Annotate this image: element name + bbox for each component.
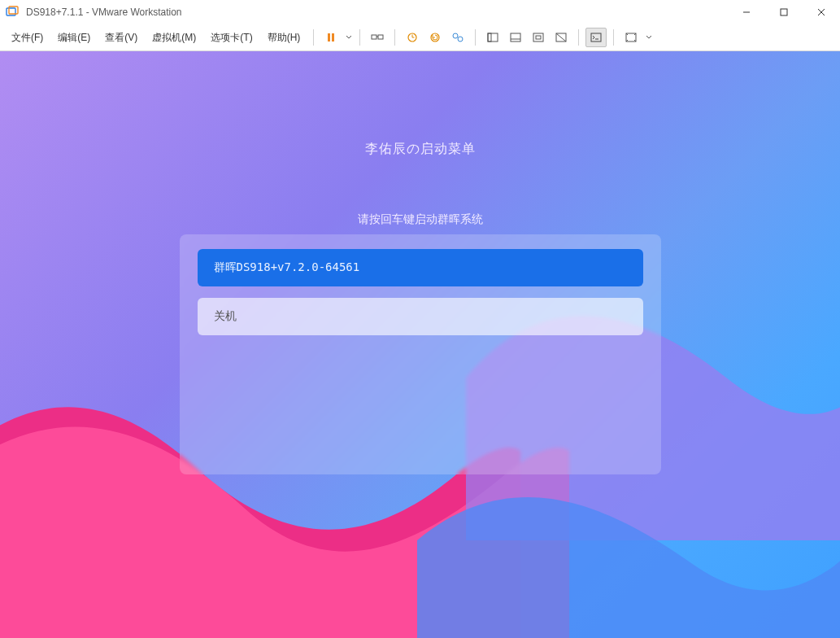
svg-line-25 [556,33,566,42]
maximize-button[interactable] [765,0,803,24]
pause-dropdown-icon[interactable] [345,34,353,41]
toolbar-separator [475,29,476,46]
svg-rect-18 [488,33,498,42]
toolbar-separator [313,29,314,46]
toolbar-separator [578,29,579,46]
vm-console[interactable]: 李佑辰の启动菜单 请按回车键启动群晖系统 群晖DS918+v7.2.0-6456… [0,51,840,638]
svg-rect-7 [332,33,334,42]
svg-point-15 [453,33,458,38]
svg-rect-9 [378,35,383,39]
svg-rect-19 [488,33,491,42]
menu-file[interactable]: 文件(F) [5,28,50,48]
stretch-guest-button[interactable] [620,28,642,47]
snapshot-manager-button[interactable] [447,28,468,47]
show-console-button[interactable] [482,28,503,47]
send-cad-button[interactable] [367,28,388,47]
boot-menu-panel: 群晖DS918+v7.2.0-64561 关机 [180,234,661,474]
menubar: 文件(F) 编辑(E) 查看(V) 虚拟机(M) 选项卡(T) 帮助(H) [0,24,840,51]
svg-rect-23 [536,36,541,39]
boot-menu-subtitle: 请按回车键启动群晖系统 [0,212,840,227]
svg-rect-26 [591,33,601,42]
toolbar-separator [613,29,614,46]
fullscreen-button[interactable] [528,28,549,47]
svg-rect-8 [372,35,376,39]
menu-view[interactable]: 查看(V) [98,28,144,48]
boot-option-synology[interactable]: 群晖DS918+v7.2.0-64561 [198,249,643,286]
menu-edit[interactable]: 编辑(E) [51,28,97,48]
pause-vm-button[interactable] [320,28,342,47]
minimize-button[interactable] [728,0,765,24]
toolbar-separator [394,29,395,46]
menu-vm[interactable]: 虚拟机(M) [146,28,202,48]
single-window-button[interactable] [505,28,526,47]
close-button[interactable] [803,0,840,24]
vmware-app-icon [5,5,20,20]
unity-button[interactable] [551,28,572,47]
svg-rect-3 [781,9,787,15]
snapshot-take-button[interactable] [402,28,423,47]
boot-option-label: 关机 [214,309,237,324]
stretch-dropdown-icon[interactable] [645,34,653,41]
svg-line-17 [457,37,459,38]
boot-option-shutdown[interactable]: 关机 [198,298,643,335]
snapshot-revert-button[interactable] [424,28,446,47]
boot-menu-title: 李佑辰の启动菜单 [0,141,840,158]
svg-point-16 [458,37,463,42]
boot-option-label: 群晖DS918+v7.2.0-64561 [214,260,360,275]
svg-rect-20 [511,33,520,42]
menu-tabs[interactable]: 选项卡(T) [204,28,259,48]
window-title: DS918+7.1.1 - VMware Workstation [26,7,182,18]
command-prompt-button[interactable] [585,28,607,47]
toolbar-separator [359,29,360,46]
menu-help[interactable]: 帮助(H) [261,28,307,48]
titlebar: DS918+7.1.1 - VMware Workstation [0,0,840,24]
svg-rect-6 [328,33,330,42]
svg-rect-22 [533,33,543,42]
